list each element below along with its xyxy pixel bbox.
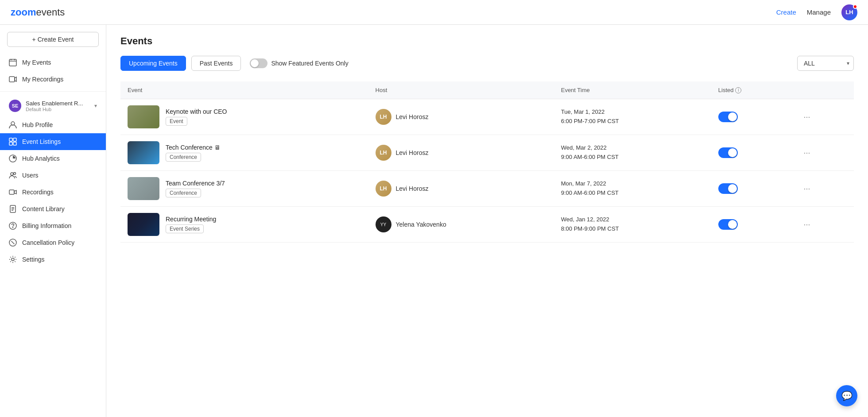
listed-info-icon[interactable]: i	[735, 87, 741, 93]
col-listed: Listed i	[711, 81, 793, 99]
sidebar-label-billing: Billing Information	[22, 222, 71, 229]
sidebar-divider	[0, 91, 106, 92]
svg-point-13	[14, 173, 16, 175]
host-cell-2: LH Levi Horosz	[368, 171, 554, 207]
person-icon	[9, 121, 17, 129]
tab-upcoming-events[interactable]: Upcoming Events	[120, 56, 186, 71]
listed-toggle-thumb-2	[728, 184, 737, 193]
table-row: Recurring Meeting Event Series YY Yelena…	[120, 207, 854, 243]
policy-icon	[9, 239, 17, 247]
more-cell-2: ···	[793, 171, 854, 207]
listed-toggle-0[interactable]	[718, 112, 738, 122]
more-button-0[interactable]: ···	[800, 111, 814, 124]
chevron-down-icon: ▾	[94, 103, 97, 109]
listed-toggle-2[interactable]	[718, 183, 738, 194]
events-tbody: Keynote with our CEO Event LH Levi Horos…	[120, 99, 854, 243]
hub-section[interactable]: SE Sales Enablement R... Default Hub ▾	[0, 95, 106, 116]
sidebar-item-settings[interactable]: Settings	[0, 251, 106, 268]
listed-cell-1	[711, 135, 793, 171]
events-table: Event Host Event Time Listed i	[120, 81, 854, 243]
event-name-2: Team Conference 3/7	[166, 180, 225, 187]
host-yelena-img: YY	[376, 216, 391, 232]
more-cell-0: ···	[793, 99, 854, 135]
svg-point-21	[13, 227, 13, 228]
sidebar-label-settings: Settings	[22, 256, 45, 263]
svg-rect-7	[9, 138, 12, 141]
host-cell-0: LH Levi Horosz	[368, 99, 554, 135]
chat-fab[interactable]: 💬	[836, 385, 857, 406]
listed-cell-0	[711, 99, 793, 135]
featured-toggle-track[interactable]	[250, 58, 267, 68]
filter-select-wrapper: ALL Events Conferences Event Series	[797, 56, 854, 71]
sidebar-item-recordings[interactable]: Recordings	[0, 184, 106, 201]
manage-link[interactable]: Manage	[807, 8, 831, 16]
col-event-time: Event Time	[554, 81, 711, 99]
sidebar-item-my-events[interactable]: My Events	[0, 54, 106, 71]
more-button-1[interactable]: ···	[800, 147, 814, 159]
more-button-3[interactable]: ···	[800, 218, 814, 231]
hub-avatar: SE	[9, 100, 21, 112]
event-time-3: Wed, Jan 12, 20228:00 PM-9:00 PM CST	[561, 215, 704, 234]
host-name-2: Levi Horosz	[396, 185, 429, 192]
listed-toggle-thumb-1	[728, 148, 737, 157]
sidebar-item-users[interactable]: Users	[0, 167, 106, 184]
sidebar-item-content-library[interactable]: Content Library	[0, 201, 106, 217]
hub-info: Sales Enablement R... Default Hub	[26, 100, 90, 112]
hub-name: Sales Enablement R...	[26, 100, 90, 107]
event-tag-1: Conference	[166, 153, 201, 162]
avatar[interactable]: LH	[841, 4, 857, 20]
chart-icon	[9, 154, 17, 162]
col-host: Host	[368, 81, 554, 99]
sidebar-label-cancellation-policy: Cancellation Policy	[22, 239, 74, 246]
event-name-0: Keynote with our CEO	[166, 108, 227, 115]
listed-toggle-thumb-0	[728, 112, 737, 121]
sidebar-label-my-events: My Events	[22, 59, 51, 66]
event-tag-0: Event	[166, 117, 187, 126]
sidebar-item-cancellation-policy[interactable]: Cancellation Policy	[0, 234, 106, 251]
main-inner: Events Upcoming Events Past Events Show …	[106, 25, 868, 253]
host-levi-img: LH	[376, 109, 391, 125]
create-event-button[interactable]: + Create Event	[7, 32, 99, 47]
filter-select[interactable]: ALL Events Conferences Event Series	[797, 56, 854, 71]
host-cell-1: LH Levi Horosz	[368, 135, 554, 171]
time-cell-1: Wed, Mar 2, 20229:00 AM-6:00 PM CST	[554, 135, 711, 171]
listed-toggle-thumb-3	[728, 220, 737, 229]
host-name-3: Yelena Yakovenko	[396, 221, 446, 228]
table-row: Keynote with our CEO Event LH Levi Horos…	[120, 99, 854, 135]
more-button-2[interactable]: ···	[800, 182, 814, 195]
sidebar-item-event-listings[interactable]: Event Listings	[0, 133, 106, 150]
svg-line-23	[12, 241, 15, 244]
header: zoomevents Create Manage LH	[0, 0, 868, 25]
chat-icon: 💬	[841, 390, 852, 401]
sidebar-label-my-recordings: My Recordings	[22, 76, 63, 83]
svg-marker-15	[14, 190, 16, 194]
billing-icon	[9, 222, 17, 230]
sidebar-item-my-recordings[interactable]: My Recordings	[0, 71, 106, 88]
event-time-1: Wed, Mar 2, 20229:00 AM-6:00 PM CST	[561, 143, 704, 162]
sidebar-item-billing[interactable]: Billing Information	[0, 217, 106, 234]
listed-toggle-3[interactable]	[718, 219, 738, 230]
host-avatar-1: LH	[376, 145, 391, 161]
listed-toggle-1[interactable]	[718, 147, 738, 158]
grid-icon	[9, 138, 17, 146]
more-cell-3: ···	[793, 207, 854, 243]
sidebar-item-hub-profile[interactable]: Hub Profile	[0, 116, 106, 133]
col-event: Event	[120, 81, 368, 99]
sidebar: + Create Event My Events My Recordings	[0, 25, 106, 417]
event-info-1: Tech Conference 🖥 Conference	[166, 144, 221, 162]
event-info-2: Team Conference 3/7 Conference	[166, 180, 225, 197]
video-icon	[9, 188, 17, 196]
svg-rect-10	[13, 142, 16, 145]
logo-zoom: zoom	[11, 7, 36, 18]
event-info-3: Recurring Meeting Event Series	[166, 216, 216, 233]
host-avatar-3: YY	[376, 216, 391, 232]
event-info-0: Keynote with our CEO Event	[166, 108, 227, 126]
event-thumbnail-1	[128, 141, 159, 164]
event-name-1: Tech Conference 🖥	[166, 144, 221, 151]
sidebar-label-hub-profile: Hub Profile	[22, 121, 53, 128]
tab-past-events[interactable]: Past Events	[191, 56, 241, 71]
sidebar-item-hub-analytics[interactable]: Hub Analytics	[0, 150, 106, 167]
logo: zoomevents	[11, 7, 65, 18]
create-link[interactable]: Create	[776, 8, 796, 16]
time-cell-2: Mon, Mar 7, 20229:00 AM-6:00 PM CST	[554, 171, 711, 207]
